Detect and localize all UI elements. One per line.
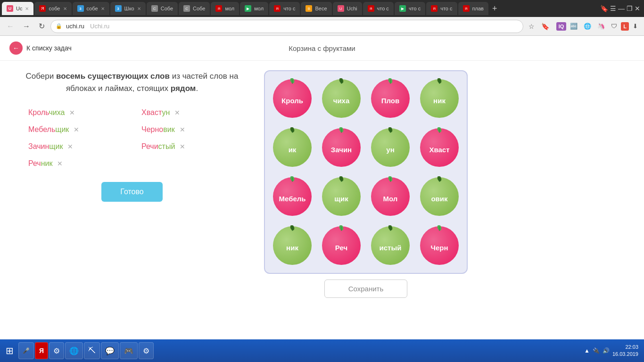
- ext4-icon[interactable]: 🦄: [595, 21, 607, 31]
- tab-7[interactable]: Я мол: [211, 2, 239, 15]
- word-item-6[interactable]: Речистый ✕: [141, 142, 236, 151]
- apple-2-2[interactable]: Мол: [371, 177, 410, 216]
- fruit-cell-3-0[interactable]: ник: [269, 222, 316, 269]
- apple-1-3[interactable]: Хваст: [420, 128, 459, 167]
- tab-6[interactable]: С Собе: [179, 2, 210, 15]
- fruit-cell-1-0[interactable]: ик: [269, 124, 316, 171]
- taskbar-steam2[interactable]: ⚙: [139, 342, 154, 359]
- star-icon[interactable]: ☆: [526, 21, 537, 32]
- remove-word-5[interactable]: ✕: [67, 143, 73, 150]
- forward-button[interactable]: →: [20, 20, 33, 33]
- tab-15[interactable]: Я плав: [458, 2, 488, 15]
- ext5-icon[interactable]: 🛡: [609, 21, 619, 31]
- taskbar-app6[interactable]: 🎮: [120, 342, 138, 359]
- word-item-7[interactable]: Речник ✕: [28, 159, 123, 168]
- remove-word-1[interactable]: ✕: [69, 109, 75, 116]
- tab-active[interactable]: U Uc ✕: [2, 2, 33, 15]
- tab-13[interactable]: ▶ что с: [395, 2, 425, 15]
- refresh-button[interactable]: ↻: [36, 20, 48, 33]
- remove-word-7[interactable]: ✕: [57, 160, 63, 167]
- fruit-cell-2-3[interactable]: овик: [416, 173, 463, 220]
- taskbar-yandex[interactable]: Я: [35, 342, 48, 359]
- tab-close-icon4[interactable]: ✕: [137, 6, 141, 11]
- lime-3-0[interactable]: ник: [273, 226, 312, 265]
- apple-3-1[interactable]: Реч: [322, 226, 361, 265]
- download-icon[interactable]: ⬇: [630, 21, 640, 31]
- tab-8[interactable]: ▶ мол: [240, 2, 268, 15]
- word-item-5[interactable]: Зачинщик ✕: [28, 142, 123, 151]
- fruit-cell-3-1[interactable]: Реч: [318, 222, 365, 269]
- taskbar-minecraft[interactable]: ⛏: [84, 342, 100, 359]
- remove-word-3[interactable]: ✕: [74, 126, 79, 133]
- left-panel: Собери восемь существующих слов из часте…: [19, 70, 245, 202]
- new-tab-button[interactable]: +: [489, 4, 500, 14]
- save-button[interactable]: Сохранить: [324, 280, 408, 298]
- bookmark-icon[interactable]: 🔖: [600, 5, 608, 12]
- minimize-button[interactable]: —: [618, 5, 625, 12]
- fruit-cell-3-3[interactable]: Черн: [416, 222, 463, 269]
- apple-2-0[interactable]: Мебель: [273, 177, 312, 216]
- tab-close-icon[interactable]: ✕: [25, 6, 29, 11]
- start-button[interactable]: ⊞: [2, 343, 17, 358]
- lime-1-0[interactable]: ик: [273, 128, 312, 167]
- apple-0-2[interactable]: Плов: [371, 79, 410, 118]
- tab-9[interactable]: Я что с: [269, 2, 300, 15]
- ext6-icon[interactable]: L: [621, 22, 629, 31]
- word-item-3[interactable]: Мебельщик ✕: [28, 125, 123, 134]
- nav-icons-right: ☆ 🔖: [526, 21, 552, 32]
- word-item-4[interactable]: Черновик ✕: [141, 125, 236, 134]
- tab-12[interactable]: Я что с: [363, 2, 394, 15]
- remove-word-4[interactable]: ✕: [180, 126, 185, 133]
- lime-1-2[interactable]: ун: [371, 128, 410, 167]
- tab-4[interactable]: 3 Шко ✕: [110, 2, 146, 15]
- apple-1-1[interactable]: Зачин: [322, 128, 361, 167]
- lime-2-3[interactable]: овик: [420, 177, 459, 216]
- tab-3[interactable]: 3 собе ✕: [73, 2, 109, 15]
- taskbar-steam[interactable]: ⚙: [49, 342, 64, 359]
- taskbar-microphone[interactable]: 🎤: [18, 342, 34, 359]
- fruit-cell-1-1[interactable]: Зачин: [318, 124, 365, 171]
- fruit-cell-0-3[interactable]: ник: [416, 75, 463, 122]
- ext2-icon[interactable]: 🔤: [568, 21, 580, 31]
- menu-icon[interactable]: ☰: [610, 5, 616, 12]
- fruit-cell-3-2[interactable]: истый: [367, 222, 414, 269]
- lime-0-3[interactable]: ник: [420, 79, 459, 118]
- bookmark-nav-icon[interactable]: 🔖: [539, 21, 552, 32]
- apple-0-0[interactable]: Кроль: [273, 79, 312, 118]
- close-button[interactable]: ✕: [635, 5, 640, 12]
- taskbar-chrome[interactable]: 🌐: [65, 342, 83, 359]
- back-button[interactable]: ←: [4, 20, 17, 33]
- tab-10[interactable]: В Весе: [301, 2, 331, 15]
- tab-close-icon3[interactable]: ✕: [101, 6, 105, 11]
- fruit-cell-0-1[interactable]: чиха: [318, 75, 365, 122]
- tab-close-icon2[interactable]: ✕: [63, 6, 67, 11]
- remove-word-6[interactable]: ✕: [180, 143, 185, 150]
- tab-11[interactable]: U Uchi: [333, 2, 362, 15]
- restore-button[interactable]: ❐: [627, 5, 633, 12]
- tab-14[interactable]: Я что с: [426, 2, 457, 15]
- back-to-list-button[interactable]: ← К списку задач: [9, 41, 72, 55]
- lime-2-1[interactable]: щик: [322, 177, 361, 216]
- fruit-cell-1-3[interactable]: Хваст: [416, 124, 463, 171]
- fruit-cell-2-1[interactable]: щик: [318, 173, 365, 220]
- lime-0-1[interactable]: чиха: [322, 79, 361, 118]
- fruit-cell-1-2[interactable]: ун: [367, 124, 414, 171]
- tab-5[interactable]: С Собе: [147, 2, 178, 15]
- taskbar-skype[interactable]: 💬: [101, 342, 119, 359]
- word-item-1[interactable]: Крольчиха ✕: [28, 108, 123, 117]
- done-button[interactable]: Готово: [101, 182, 162, 202]
- word-item-2[interactable]: Хвастун ✕: [141, 108, 236, 117]
- fruit-cell-2-0[interactable]: Мебель: [269, 173, 316, 220]
- fruit-cell-0-2[interactable]: Плов: [367, 75, 414, 122]
- taskbar: ⊞ 🎤 Я ⚙ 🌐 ⛏ 💬 🎮 ⚙ ▲ 🔌 🔊 22:03 16.03.2019: [0, 339, 644, 362]
- words-grid: Крольчиха ✕ Хвастун ✕ Мебельщик ✕: [19, 108, 245, 168]
- remove-word-2[interactable]: ✕: [174, 109, 180, 116]
- tab-2[interactable]: Я собе ✕: [34, 2, 71, 15]
- address-bar[interactable]: 🔒 uchi.ru Uchi.ru: [50, 20, 523, 33]
- apple-3-3[interactable]: Черн: [420, 226, 459, 265]
- ext1-icon[interactable]: IQ: [556, 22, 567, 31]
- fruit-cell-2-2[interactable]: Мол: [367, 173, 414, 220]
- lime-3-2[interactable]: истый: [371, 226, 410, 265]
- ext3-icon[interactable]: 🌐: [581, 21, 594, 31]
- fruit-cell-0-0[interactable]: Кроль: [269, 75, 316, 122]
